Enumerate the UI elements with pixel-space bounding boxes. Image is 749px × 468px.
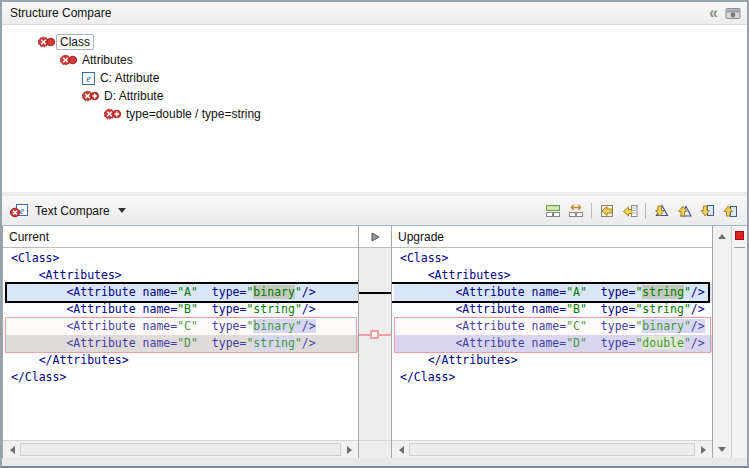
svg-text:e: e [86,73,91,84]
tree-item-label: Attributes [82,53,133,67]
triangle-right-icon [347,446,352,454]
toolbar-separator [591,203,592,219]
svg-text:e: e [20,205,25,216]
code-line: <Attribute name="D" type="double"/> [394,335,712,352]
right-pane-header: Upgrade [392,226,712,248]
tree-item-class[interactable]: Class [2,33,747,51]
code-line: <Attribute name="B" type="string"/> [394,301,712,318]
tree-item-attributes[interactable]: Attributes [2,51,747,69]
code-line: <Class> [5,250,358,267]
conflict-icon [38,36,55,48]
triangle-left-icon [399,446,404,454]
structure-tree: ClassAttributeseC: AttributeD: Attribute… [2,25,747,192]
double-chevron-left-icon[interactable]: « [709,7,717,19]
code-line: <Attribute name="A" type="string"/> [394,284,712,301]
vertical-scrollbar[interactable] [713,226,731,458]
code-line: <Attribute name="C" type="binary"/> [5,318,358,335]
left-pane-title: Current [9,230,49,244]
scroll-left-button[interactable] [394,443,408,457]
structure-compare-title: Structure Compare [10,6,111,20]
conflict-plus-icon [104,108,121,120]
scrollbar-thumb[interactable] [20,443,341,456]
code-line: <Attribute name="A" type="binary"/> [5,284,358,301]
copy-all-from-right-to-left-button[interactable] [596,200,618,222]
code-line: <Attribute name="B" type="string"/> [5,301,358,318]
tree-item-type-double-type-string[interactable]: type=double / type=string [2,105,747,123]
text-compare-toolbar [542,200,741,222]
code-line: </Class> [394,369,712,386]
tree-item-label: Class [56,34,94,50]
triangle-up-icon [718,234,726,239]
swap-left-and-right-button[interactable] [565,200,587,222]
arrow-right-icon [370,231,381,243]
bottom-strip [2,458,747,466]
code-line: <Attributes> [5,267,358,284]
previous-difference-button[interactable] [673,200,695,222]
overview-ruler[interactable] [731,226,747,458]
left-editor[interactable]: <Class> <Attributes> <Attribute name="A"… [3,248,358,440]
right-horizontal-scrollbar[interactable] [392,440,712,458]
chevron-down-icon[interactable] [118,208,126,213]
element-icon: e [82,72,95,85]
triangle-right-icon [701,446,706,454]
text-compare-title: Text Compare [35,204,110,218]
code-line: </Attributes> [394,352,712,369]
tree-item-label: C: Attribute [100,71,159,85]
triangle-left-icon [10,446,15,454]
structure-compare-header: Structure Compare « [2,2,747,25]
code-line: </Attributes> [5,352,358,369]
scrollbar-thumb[interactable] [409,443,695,456]
code-line: <Attribute name="D" type="string"/> [5,335,358,352]
overview-viewport-indicator [734,247,745,248]
scroll-down-button[interactable] [713,442,731,456]
tree-item-label: type=double / type=string [126,107,261,121]
scroll-right-button[interactable] [342,443,356,457]
scroll-left-button[interactable] [5,443,19,457]
compare-panes: Current <Class> <Attributes> <Attribute … [2,226,747,458]
diff-connector-handle[interactable] [370,330,379,339]
previous-change-button[interactable] [719,200,741,222]
scroll-right-button[interactable] [696,443,710,457]
left-horizontal-scrollbar[interactable] [3,440,358,458]
next-change-button[interactable] [696,200,718,222]
gutter-bottom-cell [359,440,391,458]
text-compare-icon: e [10,203,29,218]
left-pane-header: Current [3,226,358,248]
tree-item-c-attribute[interactable]: eC: Attribute [2,69,747,87]
copy-direction-cell [359,226,391,248]
code-line: <Attributes> [394,267,712,284]
tree-item-label: D: Attribute [104,89,163,103]
code-line: <Class> [394,250,712,267]
triangle-down-icon [718,447,726,452]
camera-icon[interactable] [725,7,741,20]
code-line: </Class> [5,369,358,386]
right-pane-title: Upgrade [398,230,444,244]
code-line: <Attribute name="C" type="binary"/> [394,318,712,335]
diff-connector-selected [359,292,391,294]
overview-diff-marker[interactable] [735,231,744,240]
toolbar-separator [645,203,646,219]
scroll-up-button[interactable] [713,229,731,243]
right-editor[interactable]: <Class> <Attributes> <Attribute name="A"… [392,248,712,440]
conflict-plus-icon [82,90,99,102]
next-difference-button[interactable] [650,200,672,222]
conflict-icon [60,54,77,66]
text-compare-header: e Text Compare [2,196,747,226]
tree-item-d-attribute[interactable]: D: Attribute [2,87,747,105]
compare-editor: Structure Compare « ClassAttributeseC: A… [0,0,749,468]
show-ancestor-pane-button[interactable] [542,200,564,222]
copy-current-change-from-right-to-left-button[interactable] [619,200,641,222]
diff-gutter [358,226,392,458]
